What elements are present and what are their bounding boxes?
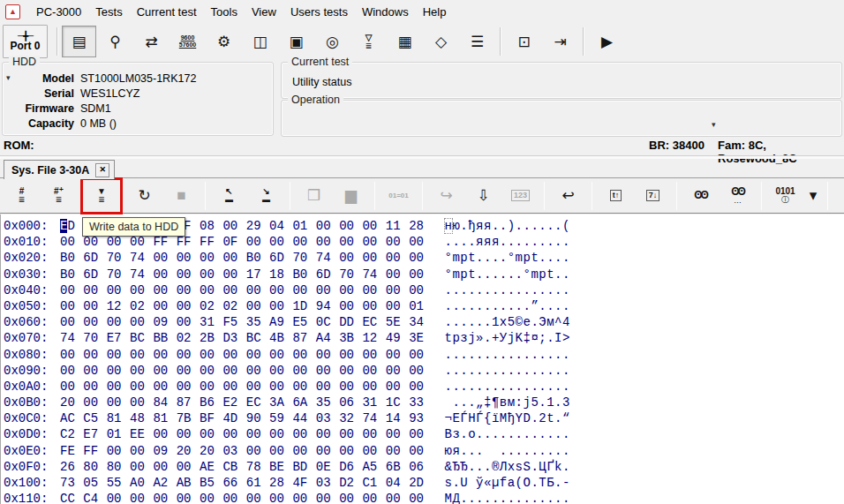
hex-byte[interactable]: 02 bbox=[222, 298, 245, 314]
hex-byte[interactable]: 2D bbox=[409, 475, 432, 491]
hex-byte[interactable]: 00 bbox=[269, 443, 292, 459]
hex-byte[interactable]: 90 bbox=[246, 410, 269, 426]
hex-byte[interactable]: D2 bbox=[339, 475, 362, 491]
hex-byte[interactable]: 00 bbox=[386, 298, 409, 314]
hex-byte[interactable]: 00 bbox=[200, 426, 222, 442]
hex-byte[interactable]: FE bbox=[60, 443, 83, 459]
hex-byte[interactable]: 00 bbox=[222, 218, 245, 234]
edit-button[interactable]: ✎ bbox=[834, 180, 844, 212]
hex-ascii[interactable]: ................ bbox=[445, 348, 570, 362]
hex-byte[interactable]: 00 bbox=[386, 250, 409, 266]
hex-byte[interactable]: B0 bbox=[292, 267, 315, 282]
hex-byte[interactable]: B0 bbox=[246, 250, 269, 266]
hex-byte[interactable]: 00 bbox=[222, 379, 245, 395]
hex-byte[interactable]: 00 bbox=[339, 234, 362, 250]
hex-byte[interactable]: 00 bbox=[292, 347, 315, 363]
hex-byte[interactable]: 06 bbox=[339, 395, 362, 410]
hex-byte[interactable]: 00 bbox=[269, 347, 292, 363]
send-page-button[interactable]: ↪ bbox=[429, 180, 463, 212]
hex-byte[interactable]: 48 bbox=[130, 410, 153, 426]
hex-byte[interactable]: 11 bbox=[386, 218, 409, 234]
database-button[interactable]: ◎ bbox=[315, 26, 350, 57]
menu-item-users-tests[interactable]: Users tests bbox=[283, 3, 355, 21]
hex-byte[interactable]: 00 bbox=[409, 363, 432, 379]
hex-byte[interactable]: DD bbox=[339, 314, 362, 330]
hex-byte[interactable]: 01 bbox=[292, 218, 315, 234]
hex-byte[interactable]: 00 bbox=[316, 282, 339, 298]
hex-byte[interactable]: 00 bbox=[177, 379, 200, 395]
hex-byte[interactable]: 00 bbox=[107, 347, 130, 363]
hex-byte[interactable]: 00 bbox=[60, 314, 83, 330]
hex-byte[interactable]: 00 bbox=[130, 491, 153, 504]
hex-byte[interactable]: 28 bbox=[269, 475, 292, 491]
hex-byte[interactable]: 04 bbox=[269, 218, 292, 234]
hex-byte[interactable]: 00 bbox=[339, 363, 362, 379]
next-object-button[interactable]: 7↓ bbox=[636, 180, 670, 212]
hex-byte[interactable]: 00 bbox=[409, 443, 432, 459]
hex-byte[interactable]: 74 bbox=[60, 330, 83, 346]
hex-byte[interactable]: 31 bbox=[200, 314, 222, 330]
hex-byte[interactable]: 00 bbox=[386, 443, 409, 459]
hex-byte[interactable]: 4D bbox=[222, 410, 245, 426]
menu-item-tools[interactable]: Tools bbox=[204, 3, 245, 21]
hex-byte[interactable]: E7 bbox=[83, 426, 106, 442]
hex-byte[interactable]: 33 bbox=[409, 395, 432, 410]
hex-byte[interactable]: ED bbox=[60, 218, 83, 234]
hex-byte[interactable]: 00 bbox=[83, 298, 106, 314]
hex-byte[interactable]: 6D bbox=[269, 250, 292, 266]
hex-byte[interactable]: 61 bbox=[246, 475, 269, 491]
hex-byte[interactable]: 87 bbox=[177, 395, 200, 410]
hex-byte[interactable]: B0 bbox=[60, 267, 83, 282]
hex-byte[interactable]: 00 bbox=[362, 426, 385, 442]
hex-byte[interactable]: 00 bbox=[177, 298, 200, 314]
hex-byte[interactable]: 00 bbox=[107, 379, 130, 395]
info-script-button[interactable]: 0101ⓘ bbox=[768, 180, 803, 212]
hex-byte[interactable]: 6B bbox=[386, 459, 409, 475]
hex-byte[interactable]: 70 bbox=[107, 267, 130, 282]
hex-byte[interactable]: 2B bbox=[200, 330, 222, 346]
hex-byte[interactable]: 00 bbox=[153, 379, 176, 395]
hex-byte[interactable]: AC bbox=[60, 410, 83, 426]
hex-byte[interactable]: 55 bbox=[107, 475, 130, 491]
hex-byte[interactable]: 00 bbox=[339, 347, 362, 363]
hex-byte[interactable]: E2 bbox=[222, 395, 245, 410]
hex-byte[interactable]: 00 bbox=[292, 426, 315, 442]
hex-byte[interactable]: 00 bbox=[177, 459, 200, 475]
find-button[interactable]: ʘʘ bbox=[683, 180, 718, 212]
hex-byte[interactable]: 17 bbox=[246, 267, 269, 282]
hex-byte[interactable]: 00 bbox=[60, 363, 83, 379]
hex-byte[interactable]: 00 bbox=[246, 234, 269, 250]
hex-byte[interactable]: 01 bbox=[409, 298, 432, 314]
hex-byte[interactable]: 00 bbox=[177, 363, 200, 379]
hex-byte[interactable]: 00 bbox=[386, 282, 409, 298]
numbers-123-button[interactable]: 123 bbox=[503, 180, 538, 212]
hex-byte[interactable]: B0 bbox=[60, 250, 83, 266]
hex-byte[interactable]: 00 bbox=[339, 491, 362, 504]
hex-byte[interactable]: A5 bbox=[362, 459, 385, 475]
hex-byte[interactable]: 00 bbox=[60, 234, 83, 250]
hex-byte[interactable]: 3A bbox=[269, 395, 292, 410]
hex-byte[interactable]: D3 bbox=[222, 330, 245, 346]
hex-byte[interactable]: 00 bbox=[269, 426, 292, 442]
hex-byte[interactable]: 00 bbox=[153, 491, 176, 504]
hex-byte[interactable]: 00 bbox=[409, 250, 432, 266]
hex-byte[interactable]: 00 bbox=[246, 443, 269, 459]
hex-ascii[interactable]: ню.ђяя..)......( bbox=[445, 219, 570, 233]
hex-byte[interactable]: 00 bbox=[130, 314, 153, 330]
hex-byte[interactable]: FF bbox=[83, 443, 106, 459]
exit-button[interactable]: ⇥ bbox=[543, 26, 577, 57]
page-back-button[interactable]: ↩ bbox=[551, 180, 585, 212]
hex-byte[interactable]: 00 bbox=[316, 443, 339, 459]
hex-byte[interactable]: 70 bbox=[339, 267, 362, 282]
hex-byte[interactable]: CB bbox=[222, 459, 245, 475]
menu-item-pc-3000[interactable]: PC-3000 bbox=[29, 3, 88, 21]
hex-byte[interactable]: A0 bbox=[130, 475, 153, 491]
hex-byte[interactable]: 00 bbox=[362, 379, 385, 395]
hex-byte[interactable]: 00 bbox=[362, 250, 385, 266]
hex-byte[interactable]: 00 bbox=[362, 282, 385, 298]
hex-byte[interactable]: 00 bbox=[200, 491, 222, 504]
hex-ascii[interactable]: tpзј».+УјK‡¤;.I> bbox=[445, 331, 570, 345]
hex-byte[interactable]: 20 bbox=[177, 443, 200, 459]
hex-byte[interactable]: 00 bbox=[222, 347, 245, 363]
hex-byte[interactable]: 80 bbox=[83, 459, 106, 475]
